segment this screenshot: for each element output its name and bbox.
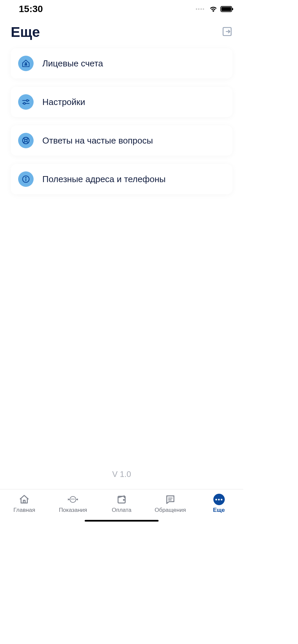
menu-list: Лицевые счета Настройки	[11, 48, 232, 194]
content-area: Лицевые счета Настройки	[0, 48, 243, 489]
svg-line-14	[27, 142, 28, 143]
svg-line-11	[24, 138, 25, 140]
svg-line-12	[27, 138, 28, 140]
tab-meters[interactable]: Показания	[49, 494, 97, 514]
menu-item-label: Лицевые счета	[42, 58, 103, 69]
page-title: Еще	[11, 24, 40, 40]
menu-item-contacts[interactable]: Полезные адреса и телефоны	[11, 164, 232, 194]
svg-point-6	[27, 100, 28, 101]
meter-icon	[66, 494, 80, 505]
tab-label: Еще	[213, 507, 225, 514]
menu-item-label: Настройки	[42, 97, 85, 107]
more-icon	[213, 494, 225, 505]
status-icons: ••••	[196, 6, 234, 12]
home-indicator	[0, 516, 243, 526]
battery-icon	[220, 6, 234, 12]
home-indicator-bar	[85, 520, 159, 522]
svg-point-17	[26, 177, 26, 178]
info-icon	[18, 171, 34, 187]
menu-item-settings[interactable]: Настройки	[11, 87, 232, 117]
tab-bar: Главная Показания Оплата	[0, 489, 243, 516]
tab-label: Показания	[59, 507, 87, 514]
version-label: V 1.0	[11, 463, 232, 489]
status-bar: 15:30 ••••	[0, 0, 243, 17]
svg-point-18	[70, 496, 76, 502]
tab-label: Главная	[13, 507, 35, 514]
lifebuoy-icon	[18, 133, 34, 148]
tab-label: Обращения	[155, 507, 186, 514]
tab-home[interactable]: Главная	[0, 494, 49, 514]
tab-label: Оплата	[112, 507, 131, 514]
home-icon	[19, 494, 30, 505]
menu-item-faq[interactable]: Ответы на частые вопросы	[11, 125, 232, 156]
logout-button[interactable]	[222, 26, 232, 38]
wallet-icon	[116, 494, 127, 505]
tab-payment[interactable]: Оплата	[97, 494, 146, 514]
page-header: Еще	[0, 17, 243, 48]
menu-item-label: Полезные адреса и телефоны	[42, 174, 166, 184]
svg-line-13	[24, 142, 25, 143]
menu-item-label: Ответы на частые вопросы	[42, 136, 153, 146]
svg-rect-2	[232, 8, 233, 10]
menu-item-accounts[interactable]: Лицевые счета	[11, 48, 232, 78]
svg-point-24	[123, 499, 124, 500]
tab-requests[interactable]: Обращения	[146, 494, 195, 514]
logout-icon	[222, 26, 232, 37]
wifi-icon	[209, 6, 218, 12]
house-icon	[18, 56, 34, 71]
tab-more[interactable]: Еще	[195, 494, 243, 514]
status-time: 15:30	[19, 4, 43, 14]
svg-point-8	[24, 103, 25, 104]
sliders-icon	[18, 94, 34, 110]
chat-icon	[165, 494, 176, 505]
svg-rect-1	[221, 7, 231, 11]
cellular-dots-icon: ••••	[196, 6, 205, 12]
